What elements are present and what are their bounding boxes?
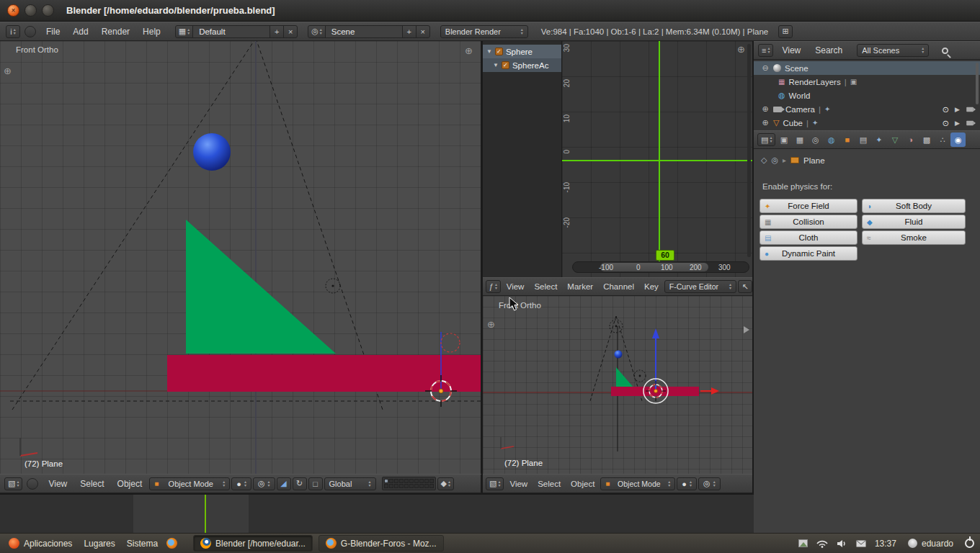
timeline-editor[interactable] [0,493,754,533]
editor-type-outliner-button[interactable]: ≡▴▾ [758,44,773,57]
layers-widget[interactable] [382,477,436,490]
tab-render[interactable]: ▣ [776,132,791,147]
tab-physics[interactable]: ◉ [950,132,966,147]
pivot-point-dropdown[interactable]: ◎▴▾ [698,477,721,490]
collapse-menus-button[interactable] [24,26,36,37]
tab-world[interactable]: ◍ [824,132,839,147]
viewport-shading-dropdown[interactable]: ●▴▾ [231,477,251,490]
tab-render-layers[interactable]: ▦ [792,132,807,147]
editor-type-3dview-button[interactable]: ▧▴▾ [4,477,22,490]
menu-render[interactable]: Render [96,27,135,37]
window-titlebar[interactable]: × Blender [/home/eduardo/blender/prueba.… [0,0,980,22]
blue-sphere-object[interactable] [615,351,623,359]
scene-delete-button[interactable]: × [416,25,430,38]
green-triangle-object[interactable] [186,220,336,354]
outliner-item-camera[interactable]: ⊕ Camera | ✦ ⊙ ▶ [754,102,980,116]
applications-menu[interactable]: Aplicaciones [6,538,75,549]
pin-icon[interactable]: ◇ [761,156,767,165]
outliner-item-cube[interactable]: ⊕ ▽ Cube | ✦ ⊙ ▶ [754,116,980,130]
scene-browse-button[interactable]: ◎▴▾ [308,25,326,38]
volume-icon[interactable] [837,539,847,548]
tab-object-data[interactable]: ▽ [887,132,902,147]
editor-type-properties-button[interactable]: ▤▴▾ [757,133,775,146]
graph-horizontal-scrollbar[interactable]: -100 0 100 200 300 [572,261,749,273]
system-menu[interactable]: Sistema [124,539,161,549]
pivot-point-dropdown[interactable]: ◎▴▾ [253,477,275,490]
menu-key[interactable]: Key [640,282,663,291]
visibility-eye-icon[interactable]: ⊙ [942,104,949,114]
properties-open-icon[interactable]: ⊕ [737,44,745,55]
channel-row-sphereac[interactable]: ▼ ✓ SphereAc [483,58,561,72]
tab-constraints[interactable]: ▤ [855,132,870,147]
outliner-item-scene[interactable]: ⊖ Scene [754,61,980,75]
object-mode-dropdown[interactable]: ■ Object Mode ▴▾ [149,477,230,490]
screen-layout-name-field[interactable]: Default [192,25,270,38]
screen-layout-browse-button[interactable]: ▦▴▾ [175,25,193,38]
menu-view[interactable]: View [505,480,532,488]
expand-triangle-icon[interactable]: ▼ [486,48,492,55]
menu-select[interactable]: Select [533,480,565,488]
force-field-button[interactable]: ✦ Force Field [760,199,858,213]
menu-search[interactable]: Search [809,45,848,55]
viewport-3d-secondary[interactable]: Front Ortho ⊕ (72) Plane [483,296,754,474]
editor-type-info-button[interactable]: i▴▾ [6,25,20,38]
manipulator-rotate-button[interactable]: ↻ [293,477,307,490]
outliner-filter-dropdown[interactable]: All Scenes ▴▾ [857,44,929,57]
fluid-button[interactable]: ◆ Fluid [862,215,966,229]
manipulator-x-arrow[interactable] [711,387,719,395]
cloth-button[interactable]: ▤ Cloth [760,230,858,245]
panel-open-arrow-icon[interactable] [744,326,749,333]
menu-view[interactable]: View [502,282,529,291]
window-maximize-button[interactable] [42,4,54,17]
tab-scene[interactable]: ◎ [808,132,823,147]
properties-open-icon[interactable]: ⊕ [465,45,473,56]
outliner-tree[interactable]: ⊖ Scene ▦ RenderLayers | ▣ ◍ World ⊕ Cam… [754,60,980,130]
wifi-icon[interactable] [816,539,828,548]
channel-checkbox[interactable]: ✓ [502,61,509,69]
taskbar-window-firefox[interactable]: G-Blender-Foros - Moz... [318,535,444,552]
menu-object[interactable]: Object [566,480,599,488]
collapse-icon[interactable]: ⊖ [761,63,770,73]
renderability-camera-icon[interactable] [966,107,974,111]
search-icon[interactable] [942,48,951,54]
editor-divider[interactable] [481,41,483,493]
menu-channel[interactable]: Channel [599,282,638,291]
channel-row-sphere[interactable]: ▼ ✓ Sphere [483,45,561,58]
selectability-arrow-icon[interactable]: ▶ [955,106,960,113]
window-close-button[interactable]: × [7,4,19,17]
collapse-menus-button[interactable] [27,478,38,490]
toolshelf-open-icon[interactable]: ⊕ [4,66,12,76]
cursor-tool-button[interactable]: ↖ [738,280,752,293]
menu-help[interactable]: Help [137,27,166,37]
screen-layout-delete-button[interactable]: × [283,25,298,38]
fcurve-channel-list[interactable]: ▼ ✓ Sphere ▼ ✓ SphereAc [483,41,562,277]
editor-divider[interactable] [752,41,754,493]
scene-name-field[interactable]: Scene [325,25,403,38]
transform-orientation-dropdown[interactable]: Global ▴▾ [324,477,376,490]
editor-type-fcurve-button[interactable]: ƒ▴▾ [486,280,501,293]
snap-toggle-button[interactable]: ◆▴▾ [437,477,454,490]
viewport-3d-main[interactable]: Front Ortho ⊕ ⊕ (72) Plane [0,41,483,474]
tab-texture[interactable]: ▩ [919,132,934,147]
clock[interactable]: 13:37 [875,539,896,549]
selectability-arrow-icon[interactable]: ▶ [955,120,960,127]
tab-modifiers[interactable]: ✦ [871,132,886,147]
dynamic-paint-button[interactable]: ● Dynamic Paint [760,246,858,261]
image-viewer-tray-icon[interactable] [798,539,808,547]
toolshelf-open-icon[interactable]: ⊕ [487,319,495,330]
render-engine-dropdown[interactable]: Blender Render ▴▾ [440,25,528,38]
editor-type-3dview-button[interactable]: ▧▴▾ [486,477,504,490]
outliner-item-renderlayers[interactable]: ▦ RenderLayers | ▣ [754,75,980,89]
menu-marker[interactable]: Marker [563,282,597,291]
manipulator-scale-button[interactable]: □ [308,477,323,490]
red-plane-object[interactable] [167,355,481,392]
expand-icon[interactable]: ⊕ [761,118,770,127]
menu-add[interactable]: Add [67,27,94,37]
expand-icon[interactable]: ⊕ [761,104,770,114]
tab-material[interactable]: ◑ [903,132,918,147]
power-icon[interactable] [965,539,974,548]
places-menu[interactable]: Lugares [81,539,117,549]
collision-button[interactable]: ▦ Collision [760,215,858,229]
outliner-item-world[interactable]: ◍ World [754,89,980,102]
taskbar-window-blender[interactable]: Blender [/home/eduar... [193,535,313,552]
